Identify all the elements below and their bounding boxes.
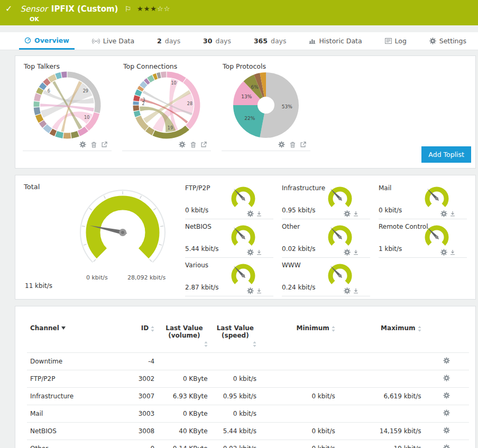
svg-text:53%: 53% [282, 104, 292, 109]
gear-icon[interactable] [179, 141, 186, 148]
infrastructure-gauge [324, 184, 356, 214]
column-header-speed[interactable]: Last Value (speed) [211, 321, 260, 353]
sort-icon[interactable] [204, 341, 208, 347]
gear-icon[interactable] [440, 210, 447, 217]
tab-live-data[interactable]: Live Data [87, 32, 140, 50]
gear-icon[interactable] [440, 249, 447, 256]
top-protocols-chart[interactable]: 53%22%13%6% [231, 70, 301, 140]
gear-icon[interactable] [278, 141, 285, 148]
channel-table-panel: ChannelIDLast Value (volume)Last Value (… [15, 306, 476, 448]
tab-bar: OverviewLive Data2days30days365daysHisto… [0, 32, 478, 50]
total-gauge-value: 11 kbit/s [25, 282, 52, 290]
toplist-title: Top Talkers [24, 62, 112, 70]
column-label: Last Value (volume) [161, 324, 207, 339]
channel-gauge-value: 2.87 kbit/s [185, 284, 218, 291]
gear-icon[interactable] [247, 287, 254, 294]
external-link-icon[interactable] [102, 142, 107, 147]
download-icon[interactable] [353, 287, 358, 294]
tab-suffix: days [165, 37, 181, 45]
column-header-min[interactable]: Minimum [260, 321, 338, 353]
download-icon[interactable] [450, 249, 455, 256]
download-icon[interactable] [256, 210, 262, 217]
sort-icon[interactable] [418, 326, 421, 332]
external-link-icon[interactable] [201, 142, 207, 147]
priority-stars[interactable]: ★★★☆☆ [137, 5, 170, 13]
trash-icon[interactable] [290, 142, 296, 148]
gear-icon[interactable] [247, 210, 254, 217]
tab-365-days[interactable]: 365days [249, 32, 292, 50]
flag-icon[interactable]: ⚐ [124, 5, 131, 13]
tab-log[interactable]: Log [380, 32, 412, 50]
table-row-downtime: Downtime-4 [27, 353, 469, 370]
tab-2-days[interactable]: 2days [152, 32, 186, 50]
tab-number: 365 [254, 37, 268, 45]
ftp-p2p-gauge [227, 184, 260, 214]
cell-vol: 0 KByte [158, 405, 210, 423]
add-toplist-button[interactable]: Add Toplist [421, 146, 471, 163]
column-header-channel[interactable]: Channel [27, 321, 123, 353]
cell-channel: Downtime [27, 353, 123, 370]
toplist-actions [122, 140, 211, 149]
svg-text:3: 3 [143, 98, 145, 102]
cell-speed: 0 kbit/s [211, 405, 260, 423]
trash-icon[interactable] [190, 142, 196, 148]
column-header-id[interactable]: ID [123, 321, 158, 353]
top-connections-chart[interactable]: 10281923 [132, 70, 201, 140]
gear-icon[interactable] [443, 392, 450, 399]
cell-max: 14,159 kbit/s [338, 423, 425, 440]
cell-speed: 0.02 kbit/s [211, 440, 260, 448]
sort-icon[interactable] [332, 326, 335, 332]
svg-text:13%: 13% [241, 94, 252, 99]
gear-icon[interactable] [344, 249, 351, 256]
gear-icon[interactable] [443, 357, 450, 364]
tab-settings[interactable]: Settings [424, 32, 472, 50]
download-icon[interactable] [256, 287, 262, 294]
channel-gauge-value: 1 kbit/s [379, 245, 402, 253]
cell-vol: 40 KByte [158, 423, 210, 440]
top-talkers-chart[interactable]: 29106 [32, 70, 102, 140]
sensor-kind-label: Sensor [20, 4, 47, 14]
channel-gauge-actions [344, 249, 358, 256]
tab-suffix: days [271, 37, 287, 45]
stars-empty: ☆☆ [157, 5, 170, 13]
tab-historic-data[interactable]: Historic Data [304, 32, 367, 50]
column-header-vol[interactable]: Last Value (volume) [158, 321, 210, 353]
download-icon[interactable] [256, 249, 262, 256]
total-gauge-min-label: 0 kbit/s [86, 274, 108, 281]
sort-desc-icon[interactable] [61, 326, 66, 330]
cell-max [338, 353, 425, 370]
gear-icon[interactable] [79, 141, 86, 148]
channel-gauge-actions [344, 210, 358, 217]
download-icon[interactable] [353, 210, 358, 217]
remote-control-gauge [420, 223, 453, 253]
toplist-actions [23, 140, 112, 149]
netbios-gauge [227, 223, 260, 253]
cell-speed: 5.44 kbit/s [211, 423, 260, 440]
cell-min [260, 405, 338, 423]
cell-min: 0 kbit/s [260, 440, 338, 448]
gear-icon[interactable] [344, 210, 351, 217]
download-icon[interactable] [450, 210, 455, 217]
sort-icon[interactable] [253, 341, 256, 347]
gear-icon[interactable] [443, 375, 450, 381]
gear-icon[interactable] [344, 287, 351, 294]
column-header-max[interactable]: Maximum [338, 321, 425, 353]
sort-icon[interactable] [151, 326, 154, 332]
tab-overview[interactable]: Overview [19, 32, 75, 50]
live-data-icon [92, 38, 100, 44]
tab-30-days[interactable]: 30days [198, 32, 236, 50]
cell-id: 0 [123, 440, 158, 448]
cell-actions [425, 388, 469, 405]
www-gauge [324, 262, 356, 291]
tab-label: Log [395, 37, 407, 45]
trash-icon[interactable] [91, 142, 97, 148]
external-link-icon[interactable] [300, 142, 306, 147]
table-row-ftp-p2p: FTP/P2P30020 KByte0 kbit/s [27, 370, 469, 388]
gear-icon[interactable] [443, 444, 450, 448]
gear-icon[interactable] [443, 427, 450, 434]
download-icon[interactable] [353, 249, 358, 256]
gear-icon[interactable] [247, 249, 254, 256]
gear-icon[interactable] [443, 409, 450, 416]
sensor-title-row: ✓ Sensor IPFIX (Custom) ⚐ ★★★☆☆ [5, 4, 473, 14]
gauge-tile-various: Various2.87 kbit/s [185, 258, 273, 296]
